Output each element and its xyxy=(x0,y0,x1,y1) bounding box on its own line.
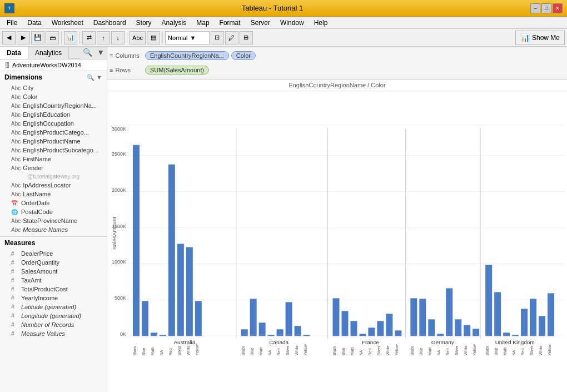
dim-lastname[interactable]: AbcLastName xyxy=(0,190,107,199)
meas-taxamt[interactable]: #TaxAmt xyxy=(0,276,107,285)
bar-uk-multi xyxy=(503,333,510,336)
meas-yearly-income[interactable]: #YearlyIncome xyxy=(0,294,107,302)
sort-desc-button[interactable]: ↓ xyxy=(111,31,125,44)
dim-state[interactable]: AbcStateProvinceName xyxy=(0,216,107,225)
dim-orderdate[interactable]: 📅OrderDate xyxy=(0,199,107,207)
columns-icon: ≡ xyxy=(110,52,113,59)
close-button[interactable]: ✕ xyxy=(553,3,563,13)
y-tick-2500k: 2500K xyxy=(112,151,126,157)
marks-button[interactable]: ▤ xyxy=(147,31,160,44)
xlab-uk-black: Black xyxy=(485,346,489,356)
tooltip-button[interactable]: ⊡ xyxy=(211,31,224,44)
panel-tabs: Data Analytics 🔍 ▼ xyxy=(0,47,107,59)
menu-item-worksheet[interactable]: Worksheet xyxy=(47,18,88,28)
menu-item-file[interactable]: File xyxy=(2,18,22,28)
toolbar: ◀ ▶ 💾 🗃 📊 ⇄ ↑ ↓ Abc ▤ Normal ▼ ⊡ 🖊 ⊞ 📊 S… xyxy=(0,29,567,47)
save-button[interactable]: 💾 xyxy=(31,31,44,44)
maximize-button[interactable]: □ xyxy=(541,3,551,13)
hash-icon: # xyxy=(11,304,19,310)
dim-country[interactable]: AbcEnglishCountryRegionNa... xyxy=(0,101,107,110)
xlab-fr-red: Red xyxy=(368,348,372,355)
menu-item-data[interactable]: Data xyxy=(23,18,46,28)
dim-gender[interactable]: AbcGender xyxy=(0,163,107,172)
panel-search-icon[interactable]: 🔍 xyxy=(81,47,94,59)
columns-pill-color[interactable]: Color xyxy=(231,51,256,60)
highlight-button[interactable]: 🖊 xyxy=(225,31,238,44)
dim-postalcode[interactable]: 🌐PostalCode xyxy=(0,207,107,216)
dim-firstname[interactable]: AbcFirstName xyxy=(0,155,107,163)
menu-item-story[interactable]: Story xyxy=(132,18,156,28)
swap-button[interactable]: ⇄ xyxy=(82,31,96,44)
chart-type-button[interactable]: 📊 xyxy=(64,31,77,44)
bar-fr-red xyxy=(368,328,375,336)
dim-measure-names[interactable]: AbcMeasure Names xyxy=(0,225,107,234)
menu-item-window[interactable]: Window xyxy=(276,18,309,28)
rows-shelf: ≡ Rows SUM(SalesAmount) xyxy=(110,63,565,77)
panel-menu-icon[interactable]: ▼ xyxy=(94,47,107,59)
database-icon: 🗄 xyxy=(4,62,10,68)
meas-longitude[interactable]: #Longitude (generated) xyxy=(0,311,107,320)
bar-au-yellow xyxy=(195,301,202,336)
menu-item-format[interactable]: Format xyxy=(215,18,245,28)
meas-num-records[interactable]: #Number of Records xyxy=(0,320,107,329)
dimensions-header: Dimensions 🔍 ▼ xyxy=(0,71,107,83)
undo-forward-button[interactable]: ▶ xyxy=(17,31,30,44)
text-button[interactable]: Abc xyxy=(130,31,146,44)
app-icon: T xyxy=(4,3,14,13)
columns-pill-country[interactable]: EnglishCountryRegionNa... xyxy=(145,51,229,60)
tab-data[interactable]: Data xyxy=(0,47,28,59)
xlab-fr-na: NA xyxy=(359,350,363,355)
dim-education[interactable]: AbcEnglishEducation xyxy=(0,110,107,119)
xlab-ca-red: Red xyxy=(277,348,281,355)
xlab-uk-red: Red xyxy=(521,348,525,355)
meas-total-product-cost[interactable]: #TotalProductCost xyxy=(0,285,107,294)
menu-item-help[interactable]: Help xyxy=(310,18,332,28)
data-source[interactable]: 🗄 AdventureWorksDW2014 xyxy=(0,59,107,71)
meas-order-qty[interactable]: #OrderQuantity xyxy=(0,258,107,267)
abc-icon: Abc xyxy=(11,103,21,109)
view-dropdown[interactable]: Normal ▼ xyxy=(165,31,210,44)
dimensions-search-icon[interactable]: 🔍 ▼ xyxy=(87,74,102,81)
bar-ca-yellow xyxy=(304,335,310,336)
bar-uk-white xyxy=(539,316,545,336)
tab-analytics[interactable]: Analytics xyxy=(28,47,69,59)
dim-occupation[interactable]: AbcEnglishOccupation xyxy=(0,119,107,128)
bar-de-multi xyxy=(428,319,435,336)
dim-city[interactable]: AbcCity xyxy=(0,83,107,92)
dropdown-arrow-icon: ▼ xyxy=(190,34,196,41)
filter-button[interactable]: ⊞ xyxy=(240,31,253,44)
minimize-button[interactable]: – xyxy=(530,3,540,13)
bar-de-white xyxy=(464,325,470,336)
show-me-button[interactable]: 📊 Show Me xyxy=(515,31,565,45)
undo-back-button[interactable]: ◀ xyxy=(2,31,16,44)
meas-latitude[interactable]: #Latitude (generated) xyxy=(0,302,107,311)
separator-4 xyxy=(162,32,163,44)
xlab-uk-white: White xyxy=(539,345,543,355)
menu-item-dashboard[interactable]: Dashboard xyxy=(89,18,131,28)
dim-product-cat[interactable]: AbcEnglishProductCatego... xyxy=(0,128,107,137)
dim-product-name[interactable]: AbcEnglishProductName xyxy=(0,137,107,146)
xlab-de-red: Red xyxy=(446,348,450,355)
dim-ip[interactable]: AbcIpAddressLocator xyxy=(0,181,107,190)
xlab-uk-yellow: Yellow xyxy=(548,344,551,355)
show-me-chart-icon: 📊 xyxy=(520,33,530,42)
dim-product-subcat[interactable]: AbcEnglishProductSubcatego... xyxy=(0,146,107,155)
xlab-au-black: Black xyxy=(133,346,137,356)
menu-item-server[interactable]: Server xyxy=(246,18,275,28)
dim-color[interactable]: AbcColor xyxy=(0,92,107,101)
bar-uk-blue xyxy=(494,292,501,336)
xlab-fr-black: Black xyxy=(333,346,337,356)
xlab-de-white: White xyxy=(464,345,467,355)
label-australia: Australia xyxy=(173,339,195,345)
menu-item-analysis[interactable]: Analysis xyxy=(157,18,191,28)
rows-pill-sales[interactable]: SUM(SalesAmount) xyxy=(145,66,209,75)
meas-sales-amount[interactable]: #SalesAmount xyxy=(0,267,107,276)
sort-asc-button[interactable]: ↑ xyxy=(97,31,110,44)
abc-icon: Abc xyxy=(11,218,21,224)
bar-fr-blue xyxy=(341,311,348,336)
meas-measure-values[interactable]: #Measure Values xyxy=(0,329,107,338)
y-tick-500k: 500K xyxy=(115,295,126,301)
add-datasource-button[interactable]: 🗃 xyxy=(46,31,59,44)
menu-item-map[interactable]: Map xyxy=(192,18,213,28)
meas-dealer-price[interactable]: #DealerPrice xyxy=(0,249,107,258)
